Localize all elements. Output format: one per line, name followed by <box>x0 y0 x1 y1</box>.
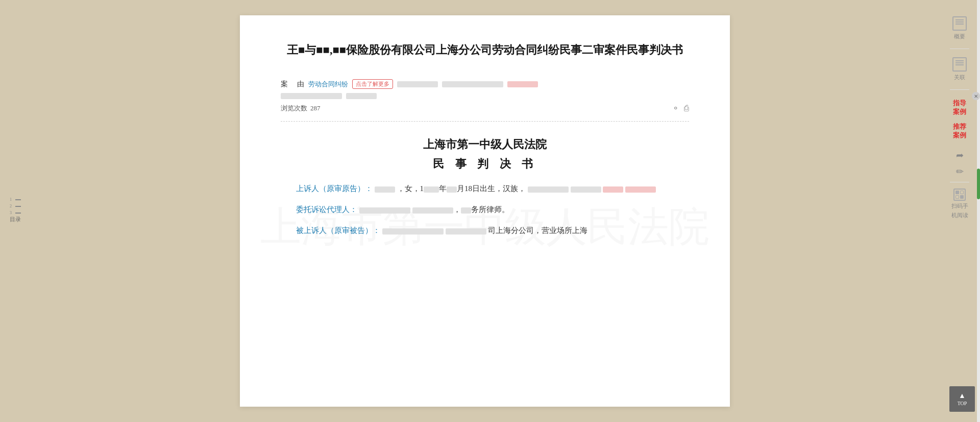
redacted-delegate <box>359 207 410 214</box>
court-header: 上海市第一中级人民法院 民 事 判 决 书 <box>281 137 689 172</box>
redacted-1 <box>397 81 438 87</box>
scroll-indicator <box>977 0 980 422</box>
top-label: TOP <box>958 401 967 406</box>
redacted-firm <box>461 207 471 214</box>
summary-label: 概要 <box>954 33 965 40</box>
case-type-value: 劳动合同纠纷 <box>308 80 348 89</box>
recommend-case-button[interactable]: 推荐 案例 <box>948 120 971 143</box>
views-count: 287 <box>310 104 321 112</box>
related-label: 关联 <box>954 74 965 81</box>
document-card: 王■与■■,■■保险股份有限公司上海分公司劳动合同纠纷民事二审案件民事判决书 案… <box>240 15 730 407</box>
views-row: 浏览次数 287 ⚬ ⎙ <box>281 103 689 113</box>
redacted-delegate2 <box>412 207 453 214</box>
redacted-3 <box>281 93 342 99</box>
para-respondent: 被上诉人（原审被告）： 司上海分公司，营业场所上海 <box>281 224 689 238</box>
qr-icon <box>953 189 966 201</box>
scroll-track <box>977 0 980 422</box>
sidebar-related[interactable]: 关联 <box>943 51 976 87</box>
views-left: 浏览次数 287 <box>281 104 321 113</box>
redacted-year <box>424 186 439 193</box>
top-arrow-icon: ▲ <box>959 392 966 400</box>
sidebar-divider-1 <box>950 49 969 49</box>
redacted-address <box>528 186 569 193</box>
doc-body: 上诉人（原审原告）： ，女，1年月18日出生，汉族， 委托诉讼代理人： ，务所律… <box>281 182 689 238</box>
toc-button[interactable]: 1 2 3 目录 <box>8 199 23 223</box>
case-label: 案 由 <box>281 80 304 89</box>
scroll-thumb[interactable] <box>977 169 980 199</box>
case-info: 案 由 劳动合同纠纷 点击了解更多 浏览次数 <box>281 79 689 122</box>
recommend-label-1: 推荐 <box>953 123 966 131</box>
qr-label-1: 扫码手 <box>951 202 968 210</box>
redacted-month <box>447 186 457 193</box>
guide-label-2: 案例 <box>953 108 966 116</box>
edit-button[interactable]: ✏ <box>951 163 968 180</box>
redacted-address2 <box>571 186 601 193</box>
left-sidebar: 1 2 3 目录 <box>0 0 31 422</box>
document-title: 王■与■■,■■保险股份有限公司上海分公司劳动合同纠纷民事二审案件民事判决书 <box>281 41 689 59</box>
views-right: ⚬ ⎙ <box>672 103 689 113</box>
redacted-2 <box>442 81 503 87</box>
appellant-label: 上诉人（原审原告）： <box>296 184 373 193</box>
case-row-main: 案 由 劳动合同纠纷 点击了解更多 <box>281 79 689 89</box>
guide-case-button[interactable]: 指导 案例 <box>948 96 971 120</box>
sidebar-divider-2 <box>950 89 969 90</box>
delegate-label: 委托诉讼代理人： <box>296 205 357 214</box>
recommend-label-2: 案例 <box>953 131 966 140</box>
tag-more-button[interactable]: 点击了解更多 <box>352 79 393 89</box>
right-sidebar: 概要 关联 ✕ 指导 案例 推荐 案例 ➦ ✏ <box>939 0 980 422</box>
bell-icon[interactable]: ⚬ <box>672 103 679 113</box>
para-appellant: 上诉人（原审原告）： ，女，1年月18日出生，汉族， <box>281 182 689 196</box>
redacted-pink-1 <box>507 81 538 87</box>
redacted-pink-addr <box>603 186 623 193</box>
redacted-appellant-name <box>375 186 395 193</box>
related-icon <box>952 57 967 72</box>
redacted-pink-addr2 <box>625 186 656 193</box>
case-row-sub <box>281 93 689 99</box>
top-button[interactable]: ▲ TOP <box>949 386 975 412</box>
main-content: 王■与■■,■■保险股份有限公司上海分公司劳动合同纠纷民事二审案件民事判决书 案… <box>31 0 939 422</box>
para-delegate: 委托诉讼代理人： ，务所律师。 <box>281 203 689 217</box>
views-label: 浏览次数 <box>281 104 307 113</box>
respondent-label: 被上诉人（原审被告）： <box>296 226 380 235</box>
summary-icon <box>952 16 967 31</box>
share-button[interactable]: ➦ <box>951 147 968 163</box>
guide-close-button[interactable]: ✕ <box>972 92 980 100</box>
redacted-respondent2 <box>446 228 486 235</box>
sidebar-divider-3 <box>950 182 969 182</box>
print-icon[interactable]: ⎙ <box>684 104 689 113</box>
sidebar-summary[interactable]: 概要 <box>943 10 976 46</box>
page-container: 1 2 3 目录 王■与■■,■■保险股份有限公司上海分公司劳动合同纠纷民事二审… <box>0 0 980 422</box>
qr-scan-button[interactable]: 扫码手 机阅读 <box>947 184 972 224</box>
redacted-respondent <box>382 228 444 235</box>
qr-label-2: 机阅读 <box>951 212 968 219</box>
court-name: 上海市第一中级人民法院 <box>281 137 689 152</box>
guide-label-1: 指导 <box>953 99 966 108</box>
toc-label: 目录 <box>10 216 21 223</box>
doc-type: 民 事 判 决 书 <box>281 156 689 172</box>
toc-icon: 1 2 3 <box>8 199 23 214</box>
redacted-4 <box>346 93 377 99</box>
